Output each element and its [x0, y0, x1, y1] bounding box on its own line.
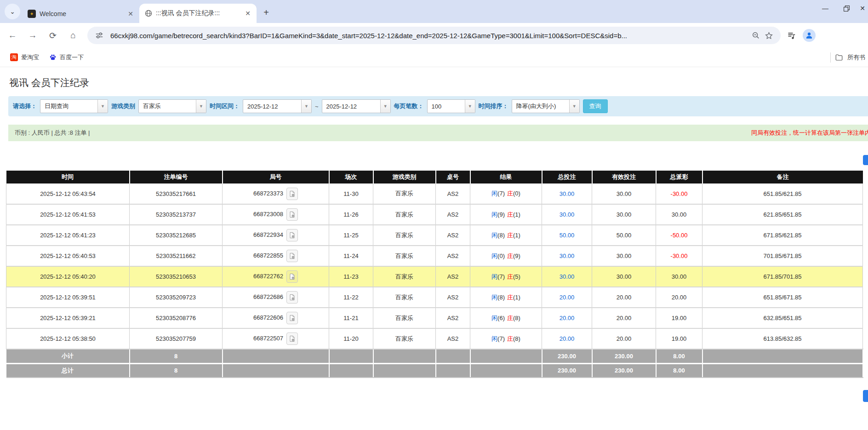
forward-button[interactable]: → [25, 28, 40, 43]
cell-round: 668722507 [223, 328, 329, 349]
summary-count: 8 [130, 363, 223, 378]
cell-time: 2025-12-12 05:43:54 [6, 183, 130, 204]
table-row[interactable]: 2025-12-12 05:41:53 523035213737 6687230… [6, 204, 863, 225]
result-player-score: (7) [497, 335, 505, 342]
cell-table-number: AS2 [436, 246, 470, 266]
media-queue-icon[interactable] [787, 31, 796, 40]
new-tab-button[interactable]: + [259, 6, 273, 19]
cell-total-bet: 30.00 [542, 246, 592, 266]
cell-total-bet: 20.00 [542, 308, 592, 328]
cell-session: 11-26 [329, 204, 373, 225]
bookmark-baidu[interactable]: 百度一下 [49, 53, 84, 62]
tab-search-button[interactable]: ⌄ [5, 4, 20, 19]
cell-time: 2025-12-12 05:40:20 [6, 266, 130, 287]
result-player: 闲 [491, 315, 497, 321]
cell-result: 闲(7)庄(0) [470, 183, 542, 204]
table-row[interactable]: 2025-12-12 05:40:53 523035211662 6687228… [6, 246, 863, 266]
result-banker-score: (8) [513, 315, 520, 321]
game-type-label: 游戏类别 [111, 102, 135, 110]
video-record-icon[interactable] [286, 188, 298, 200]
tab-welcome[interactable]: ✦ Welcome ✕ [22, 5, 139, 23]
result-player-score: (9) [497, 211, 505, 218]
search-button[interactable]: 查询 [583, 99, 608, 113]
result-player: 闲 [491, 232, 497, 239]
address-bar[interactable]: 66cxkj98.com/game/betrecord_search/kind3… [87, 27, 781, 44]
filter-bar: 请选择： 日期查询 ▼ 游戏类别 百家乐 ▼ 时间区间： 2025-12-12 … [8, 96, 868, 116]
video-record-icon[interactable] [286, 270, 298, 283]
table-summary-row: 小计 8 230.00 230.00 8.00 [6, 349, 863, 363]
close-tab-icon[interactable]: ✕ [244, 9, 252, 17]
all-bookmarks[interactable]: 所有书 [830, 48, 865, 67]
result-banker-score: (1) [513, 232, 520, 239]
back-button[interactable]: ← [5, 28, 20, 43]
table-row[interactable]: 2025-12-12 05:40:20 523035210653 6687227… [6, 266, 863, 287]
restore-button[interactable] [836, 0, 857, 17]
result-banker: 庄 [507, 315, 513, 321]
round-number: 668723373 [253, 189, 283, 196]
table-row[interactable]: 2025-12-12 05:39:21 523035208776 6687226… [6, 308, 863, 328]
cell-total-bet: 50.00 [542, 225, 592, 246]
cell-time: 2025-12-12 05:39:51 [6, 287, 130, 308]
empty-cell [223, 363, 329, 378]
sort-select[interactable]: 降幂(由大到小) ▼ [512, 99, 580, 113]
zoom-out-icon[interactable] [749, 29, 762, 42]
date-end-select[interactable]: 2025-12-12 ▼ [322, 99, 391, 113]
cell-game-type: 百家乐 [373, 266, 436, 287]
result-player: 闲 [491, 252, 497, 259]
reload-button[interactable]: ⟳ [45, 28, 61, 43]
url-text[interactable]: 66cxkj98.com/game/betrecord_search/kind3… [110, 32, 749, 40]
round-number: 668722606 [253, 314, 283, 321]
round-number: 668722507 [253, 335, 283, 342]
taobao-icon: 淘 [10, 53, 18, 61]
table-row[interactable]: 2025-12-12 05:43:54 523035217661 6687233… [6, 183, 863, 204]
site-settings-icon[interactable] [93, 29, 106, 42]
home-button[interactable]: ⌂ [65, 28, 81, 43]
query-type-select[interactable]: 日期查询 ▼ [40, 99, 108, 113]
cell-remark: 613.85/632.85 [702, 328, 863, 349]
cell-round: 668722686 [223, 287, 329, 308]
cell-session: 11-22 [329, 287, 373, 308]
scroll-indicator-bottom[interactable] [863, 390, 868, 402]
toolbar-right-icons [787, 29, 816, 42]
cell-payout: -30.00 [656, 183, 702, 204]
result-banker: 庄 [507, 294, 513, 301]
column-header: 时间 [6, 171, 130, 183]
date-start-select[interactable]: 2025-12-12 ▼ [243, 99, 312, 113]
table-row[interactable]: 2025-12-12 05:41:23 523035212685 6687229… [6, 225, 863, 246]
cell-bet-id: 523035208776 [130, 308, 223, 328]
close-window-button[interactable]: ✕ [857, 0, 868, 17]
video-record-icon[interactable] [286, 312, 298, 324]
bookmark-star-icon[interactable] [762, 29, 775, 42]
bookmark-label: 爱淘宝 [21, 53, 39, 62]
cell-valid-bet: 30.00 [592, 246, 656, 266]
forward-arrow-icon: → [29, 30, 37, 40]
profile-avatar[interactable] [803, 29, 816, 42]
video-record-icon[interactable] [286, 333, 298, 345]
video-record-icon[interactable] [286, 250, 298, 262]
table-row[interactable]: 2025-12-12 05:38:50 523035207759 6687225… [6, 328, 863, 349]
video-record-icon[interactable] [286, 291, 298, 304]
cell-valid-bet: 30.00 [592, 266, 656, 287]
bookmark-aitaobao[interactable]: 淘 爱淘宝 [10, 53, 39, 62]
cell-valid-bet: 20.00 [592, 287, 656, 308]
cell-valid-bet: 30.00 [592, 204, 656, 225]
minimize-button[interactable]: — [815, 0, 836, 17]
cell-result: 闲(7)庄(5) [470, 266, 542, 287]
close-tab-icon[interactable]: ✕ [126, 10, 135, 18]
scroll-indicator-top[interactable] [863, 155, 868, 165]
baidu-paw-icon [49, 54, 57, 61]
column-header: 游戏类别 [373, 171, 436, 183]
cell-remark: 651.85/671.85 [702, 287, 863, 308]
video-record-icon[interactable] [286, 229, 298, 241]
cell-valid-bet: 20.00 [592, 328, 656, 349]
game-type-select[interactable]: 百家乐 ▼ [138, 99, 206, 113]
empty-cell [329, 349, 373, 363]
table-row[interactable]: 2025-12-12 05:39:51 523035209723 6687226… [6, 287, 863, 308]
result-player: 闲 [491, 211, 497, 218]
result-player-score: (0) [497, 252, 505, 259]
tab-bet-record[interactable]: :::视讯 会员下注纪录::: ✕ [139, 4, 257, 23]
empty-cell [436, 349, 470, 363]
video-record-icon[interactable] [286, 208, 298, 221]
page-size-select[interactable]: 100 ▼ [427, 99, 475, 113]
cell-game-type: 百家乐 [373, 328, 436, 349]
